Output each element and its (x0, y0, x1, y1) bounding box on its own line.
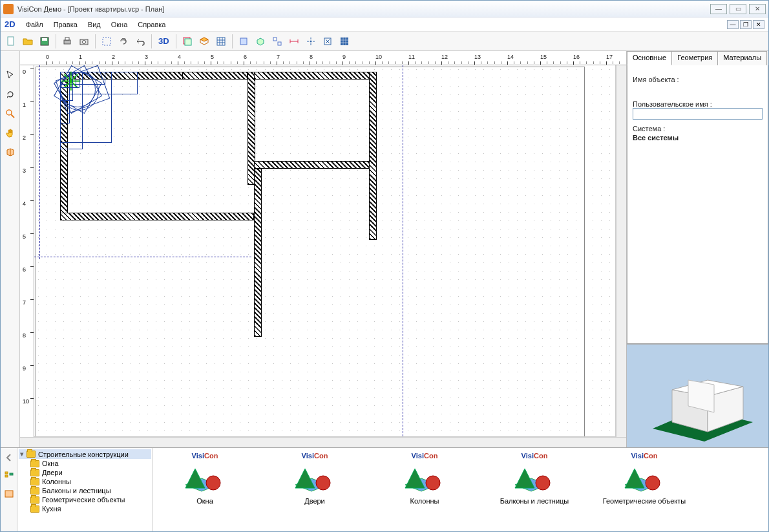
scrollbar-horizontal[interactable] (20, 437, 626, 447)
mdi-restore-button[interactable]: ❐ (740, 20, 752, 29)
thumb-brand: VisiCon (631, 452, 658, 460)
menu-view[interactable]: Вид (84, 19, 105, 30)
tab-main[interactable]: Основные (627, 51, 672, 65)
pan-tool[interactable] (3, 126, 17, 140)
ruler-tick: 5 (23, 233, 26, 240)
thumb-brand: VisiCon (192, 452, 218, 460)
grid-panel-button[interactable] (213, 34, 229, 49)
user-name-input[interactable] (633, 108, 763, 120)
folder-icon (30, 496, 39, 504)
svg-rect-11 (217, 37, 225, 45)
view-iso-button[interactable] (253, 34, 268, 49)
hatch-button[interactable] (337, 34, 352, 49)
ruler-tick: 0 (46, 54, 49, 60)
tab-geometry[interactable]: Геометрия (671, 51, 718, 65)
ruler-tick: 6 (244, 54, 247, 60)
catalog-back-button[interactable] (2, 451, 16, 465)
menu-windows[interactable]: Окна (107, 19, 132, 30)
menu-edit[interactable]: Правка (50, 19, 81, 30)
plan-canvas[interactable]: ✳ (34, 65, 616, 437)
window-title: VisiCon Демо - [Проект квартиры.vcp - Пл… (17, 5, 710, 13)
tree-root-label: Строительные конструкции (38, 451, 129, 458)
catalog-prefs-button[interactable] (2, 487, 16, 501)
open-file-button[interactable] (20, 34, 36, 49)
tab-materials[interactable]: Материалы (717, 51, 767, 65)
mdi-close-button[interactable]: ✕ (753, 20, 764, 29)
ungroup-button[interactable] (269, 34, 285, 49)
camera-button[interactable] (76, 34, 92, 49)
dimension-button[interactable] (286, 34, 302, 49)
ruler-vertical[interactable]: 012345678910 (20, 65, 34, 437)
menu-file[interactable]: Файл (22, 19, 47, 30)
minimize-button[interactable]: — (710, 4, 727, 14)
tree-item[interactable]: Геометрические объекты (19, 495, 151, 504)
scrollbar-vertical[interactable] (616, 65, 626, 437)
undo-button[interactable] (132, 34, 148, 49)
preview-3d[interactable] (627, 344, 768, 447)
catalog-panel: ▾ Строительные конструкции ОкнаДвериКоло… (1, 447, 768, 531)
svg-point-42 (316, 476, 330, 490)
zoom-tool[interactable] (3, 107, 17, 121)
catalog-tree-button[interactable] (2, 469, 16, 483)
svg-point-39 (206, 476, 220, 490)
view-3d-tool[interactable] (3, 145, 17, 160)
svg-rect-10 (185, 39, 191, 45)
svg-text:90: 90 (122, 37, 126, 41)
svg-rect-24 (341, 37, 348, 45)
catalog-thumb[interactable]: VisiConКолонны (379, 452, 470, 527)
furniture-radiator[interactable] (60, 72, 70, 123)
tree-item[interactable]: Колонны (19, 477, 151, 486)
print-button[interactable] (59, 34, 75, 49)
tree-item-label: Окна (42, 460, 59, 467)
center-button[interactable] (303, 34, 319, 49)
select-region-button[interactable] (99, 34, 114, 49)
object-name-label: Имя объекта : (633, 76, 763, 83)
properties-panel: Основные Геометрия Материалы Имя объекта… (626, 51, 768, 447)
catalog-thumb[interactable]: VisiConДвери (269, 452, 360, 527)
svg-point-51 (646, 476, 660, 490)
thumb-label: Двери (304, 497, 325, 505)
pointer-tool[interactable] (3, 68, 17, 82)
menu-help[interactable]: Справка (134, 19, 169, 30)
left-toolbar (1, 51, 20, 447)
svg-rect-7 (103, 37, 111, 45)
tree-item[interactable]: Двери (19, 468, 151, 477)
catalog-thumb[interactable]: VisiConОкна (160, 452, 250, 527)
orbit-tool[interactable] (3, 87, 17, 101)
ruler-tick: 8 (310, 54, 313, 60)
mode-2d-label: 2D (5, 19, 16, 29)
rotate-90-button[interactable]: 90 (116, 34, 131, 49)
ruler-tick: 7 (23, 299, 26, 306)
mdi-minimize-button[interactable]: — (727, 20, 739, 29)
thumb-icon (182, 462, 227, 495)
folder-icon (26, 451, 36, 458)
catalog-thumb[interactable]: VisiConГеометрические объекты (599, 452, 690, 527)
user-name-label: Пользовательское имя : (633, 100, 763, 108)
tree-item[interactable]: Окна (19, 459, 151, 468)
view-plan-button[interactable] (236, 34, 251, 49)
new-file-button[interactable] (3, 34, 19, 49)
thumb-brand: VisiCon (302, 452, 328, 460)
tree-item[interactable]: Балконы и лестницы (19, 486, 151, 495)
ruler-tick: 1 (79, 54, 82, 60)
tree-item[interactable]: Кухня (19, 504, 151, 513)
svg-point-22 (310, 40, 311, 42)
mode-3d-button[interactable]: 3D (155, 34, 173, 49)
catalog-thumb[interactable]: VisiConБалконы и лестницы (489, 452, 580, 527)
tree-item-label: Колонны (42, 478, 71, 485)
tree-root[interactable]: ▾ Строительные конструкции (19, 449, 151, 459)
ruler-horizontal[interactable]: 01234567891011121314151617 (20, 51, 626, 65)
workspace: 01234567891011121314151617 012345678910 (1, 51, 768, 447)
scale-fit-button[interactable] (320, 34, 335, 49)
objects-button[interactable] (196, 34, 212, 49)
maximize-button[interactable]: ▭ (730, 4, 746, 14)
catalog-tree[interactable]: ▾ Строительные конструкции ОкнаДвериКоло… (17, 448, 153, 531)
ruler-tick: 5 (211, 54, 214, 60)
ruler-tick: 9 (342, 54, 346, 60)
menubar: 2D Файл Правка Вид Окна Справка — ❐ ✕ (1, 17, 768, 32)
svg-point-45 (426, 476, 440, 490)
layers-button[interactable] (180, 34, 195, 49)
close-button[interactable]: ✕ (749, 4, 766, 14)
save-file-button[interactable] (37, 34, 52, 49)
main-toolbar: 90 3D (1, 32, 768, 51)
